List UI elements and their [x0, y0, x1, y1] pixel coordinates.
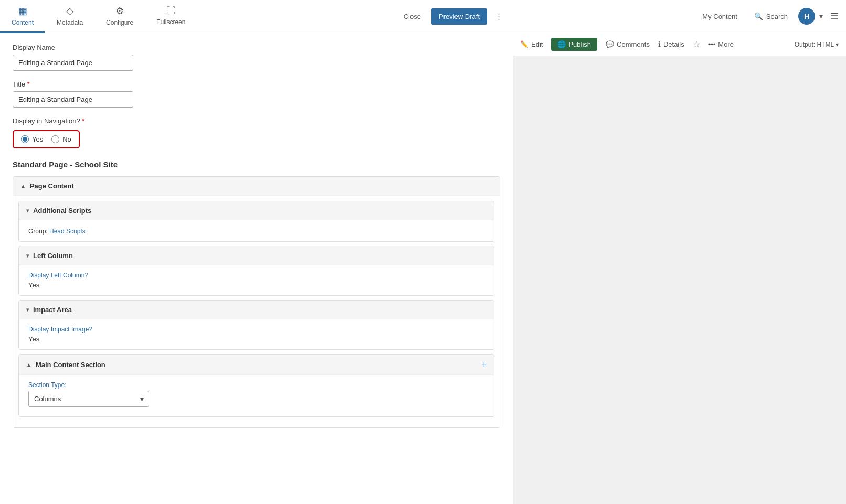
impact-area-header[interactable]: ▾ Impact Area [19, 301, 494, 319]
section-type-select[interactable]: Columns Full Width Two Column [28, 391, 149, 407]
left-column-accordion: ▾ Left Column Display Left Column? Yes [18, 246, 494, 296]
publish-icon: 🌐 [557, 40, 566, 48]
nav-display-label: Display in Navigation? * [13, 117, 500, 125]
metadata-tab-label: Metadata [57, 19, 83, 26]
left-column-body: Display Left Column? Yes [19, 265, 494, 295]
nav-display-options-box: Yes No [13, 130, 80, 148]
comments-label: Comments [617, 40, 650, 48]
configure-tab-icon: ⚙ [115, 5, 124, 17]
hamburger-icon[interactable]: ☰ [830, 10, 839, 22]
comments-icon: 💬 [606, 40, 614, 48]
details-action[interactable]: ℹ Details [658, 40, 684, 48]
user-menu-chevron-icon[interactable]: ▾ [819, 12, 823, 20]
edit-action[interactable]: ✏️ Edit [520, 40, 543, 48]
nav-no-radio[interactable] [51, 135, 59, 143]
comments-action[interactable]: 💬 Comments [606, 40, 650, 48]
title-label: Title * [13, 80, 500, 88]
tab-fullscreen[interactable]: ⛶ Fullscreen [145, 0, 197, 33]
additional-scripts-chevron-icon: ▾ [26, 208, 29, 213]
title-required-marker: * [27, 80, 30, 88]
additional-scripts-header[interactable]: ▾ Additional Scripts [19, 201, 494, 220]
display-left-col-label: Display Left Column? [28, 272, 484, 279]
edit-label: Edit [531, 40, 543, 48]
search-label: Search [766, 13, 788, 20]
left-column-chevron-icon: ▾ [26, 253, 29, 259]
impact-area-accordion: ▾ Impact Area Display Impact Image? Yes [18, 300, 494, 350]
head-scripts-group-value: Head Scripts [49, 228, 86, 235]
title-field-group: Title * [13, 80, 500, 108]
configure-tab-label: Configure [106, 19, 133, 26]
section-type-select-wrapper: Columns Full Width Two Column [28, 391, 149, 407]
additional-scripts-body: Group: Head Scripts [19, 220, 494, 241]
page-actions-bar: ✏️ Edit 🌐 Publish 💬 Comments ℹ Details ☆… [513, 33, 846, 56]
search-link[interactable]: 🔍 Search [748, 0, 794, 33]
page-content-accordion-body: ▾ Additional Scripts Group: Head Scripts… [13, 195, 500, 427]
display-name-label: Display Name [13, 44, 500, 51]
title-input[interactable] [13, 91, 133, 108]
display-name-field-group: Display Name [13, 44, 500, 71]
preview-draft-button[interactable]: Preview Draft [431, 8, 487, 25]
fullscreen-tab-label: Fullscreen [156, 18, 185, 26]
main-content-section-header[interactable]: ▲ Main Content Section + [19, 355, 494, 374]
more-dots-icon: ••• [708, 40, 716, 48]
additional-scripts-accordion: ▾ Additional Scripts Group: Head Scripts [18, 201, 494, 242]
editor-topbar: ▦ Content ◇ Metadata ⚙ Configure ⛶ Fulls… [0, 0, 513, 33]
nav-no-option[interactable]: No [51, 135, 71, 143]
more-action[interactable]: ••• More [708, 40, 734, 48]
tab-configure[interactable]: ⚙ Configure [94, 0, 145, 33]
impact-area-chevron-icon: ▾ [26, 307, 29, 313]
close-button[interactable]: Close [397, 9, 427, 24]
nav-required-marker: * [82, 117, 84, 125]
head-scripts-group-label: Group: [28, 228, 49, 235]
edit-icon: ✏️ [520, 40, 528, 48]
output-chevron-icon: ▾ [836, 41, 839, 48]
star-action[interactable]: ☆ [693, 39, 700, 49]
content-tab-label: Content [12, 19, 34, 26]
display-left-col-value: Yes [28, 281, 484, 289]
impact-area-label: Impact Area [33, 306, 72, 314]
nav-no-label: No [62, 135, 71, 143]
main-content-section-body: Section Type: Columns Full Width Two Col… [19, 374, 494, 416]
display-impact-image-value: Yes [28, 335, 484, 343]
my-content-link[interactable]: My Content [696, 0, 743, 33]
my-content-label: My Content [702, 13, 737, 20]
page-content-label: Page Content [30, 182, 74, 190]
publish-label: Publish [568, 40, 591, 48]
standard-page-section-title: Standard Page - School Site [13, 160, 500, 169]
impact-area-body: Display Impact Image? Yes [19, 319, 494, 349]
metadata-tab-icon: ◇ [66, 5, 73, 17]
additional-scripts-label: Additional Scripts [33, 207, 91, 215]
nav-yes-label: Yes [32, 135, 43, 143]
display-name-input[interactable] [13, 55, 133, 71]
main-content-section-accordion: ▲ Main Content Section + Section Type: C… [18, 354, 494, 417]
details-icon: ℹ [658, 40, 661, 48]
page-content-accordion-header[interactable]: ▲ Page Content [13, 177, 500, 195]
nav-display-field-group: Display in Navigation? * Yes No [13, 117, 500, 148]
more-options-button[interactable]: ⋮ [491, 9, 506, 24]
editor-panel: Display Name Title * Display in Navigati… [0, 0, 513, 504]
tab-metadata[interactable]: ◇ Metadata [45, 0, 94, 33]
user-avatar[interactable]: H [798, 8, 815, 25]
section-type-label: Section Type: [28, 381, 484, 389]
page-content-chevron-icon: ▲ [20, 183, 26, 189]
main-content-section-label: Main Content Section [36, 361, 105, 369]
display-impact-image-label: Display Impact Image? [28, 326, 484, 333]
tab-content[interactable]: ▦ Content [0, 0, 45, 33]
page-content-accordion: ▲ Page Content ▾ Additional Scripts Grou… [13, 176, 500, 428]
left-column-label: Left Column [33, 252, 73, 260]
details-label: Details [663, 40, 684, 48]
left-column-header[interactable]: ▾ Left Column [19, 246, 494, 265]
nav-yes-radio[interactable] [21, 135, 29, 143]
publish-action[interactable]: 🌐 Publish [551, 38, 597, 51]
main-content-add-button[interactable]: + [482, 360, 487, 369]
output-selector[interactable]: Output: HTML ▾ [795, 41, 839, 48]
main-content-chevron-icon: ▲ [26, 362, 31, 368]
right-panel-background [513, 56, 846, 504]
more-label: More [718, 40, 734, 48]
content-tab-icon: ▦ [18, 5, 27, 17]
fullscreen-tab-icon: ⛶ [166, 5, 176, 16]
nav-yes-option[interactable]: Yes [21, 135, 43, 143]
search-icon: 🔍 [754, 12, 763, 20]
